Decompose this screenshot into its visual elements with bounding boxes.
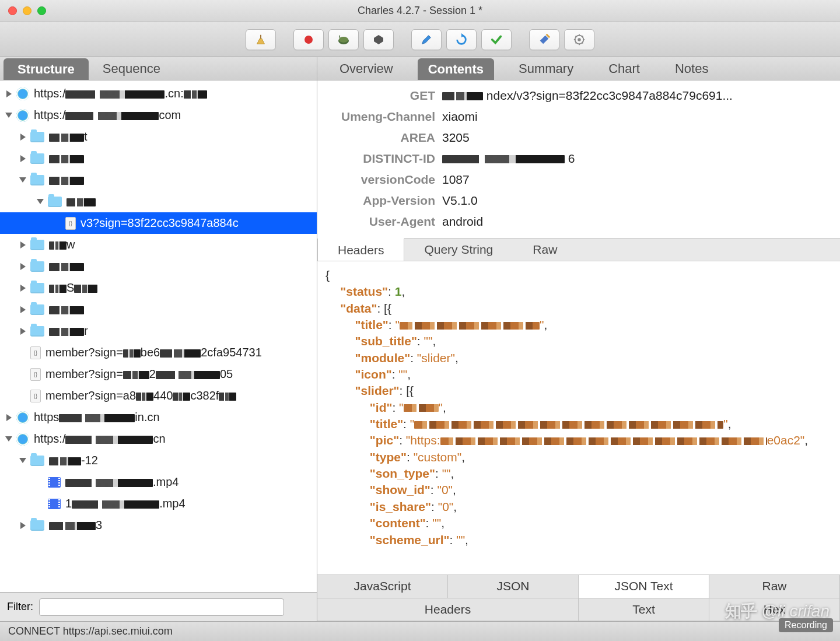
left-pane: Structure Sequence https:/.cn:https:/com… bbox=[0, 57, 317, 621]
tree-row[interactable]: https:/cn bbox=[0, 428, 317, 450]
disclosure-icon[interactable] bbox=[18, 456, 28, 466]
tab-raw-request[interactable]: Raw bbox=[513, 239, 577, 261]
toolbar bbox=[0, 22, 840, 57]
tab-json-text[interactable]: JSON Text bbox=[579, 575, 709, 598]
tree-row[interactable]: .mp4 bbox=[0, 471, 317, 493]
tree-row[interactable] bbox=[0, 255, 317, 277]
disclosure-icon[interactable] bbox=[18, 326, 28, 337]
tree-row[interactable]: {}member?sign=205 bbox=[0, 363, 317, 385]
tree-row[interactable]: 1.mp4 bbox=[0, 493, 317, 514]
disclosure-icon[interactable] bbox=[18, 153, 28, 164]
tree-row[interactable] bbox=[0, 169, 317, 191]
window-titlebar: Charles 4.2.7 - Session 1 * bbox=[0, 0, 840, 22]
disclosure-icon bbox=[18, 348, 28, 358]
header-row: DISTINCT-ID 6 bbox=[324, 148, 833, 169]
tree-row[interactable]: w bbox=[0, 234, 317, 255]
folder-icon bbox=[30, 304, 44, 315]
tab-overview[interactable]: Overview bbox=[329, 57, 404, 80]
globe-icon bbox=[16, 109, 29, 122]
clear-session-button[interactable] bbox=[246, 29, 276, 50]
svg-marker-4 bbox=[374, 35, 383, 44]
tree-row[interactable]: t bbox=[0, 126, 317, 148]
throttle-button[interactable] bbox=[328, 29, 359, 50]
request-headers: GET ndex/v3?sign=83f22cc3c9847a884c79c69… bbox=[317, 80, 840, 238]
maximize-button[interactable] bbox=[37, 6, 46, 15]
tree-row[interactable]: httpsin.cn bbox=[0, 407, 317, 428]
disclosure-icon[interactable] bbox=[18, 175, 28, 185]
tab-sequence[interactable]: Sequence bbox=[89, 57, 174, 80]
tab-headers[interactable]: Headers bbox=[317, 238, 404, 261]
tree-row[interactable]: {}v3?sign=83f22cc3c9847a884c bbox=[0, 212, 317, 234]
filter-input[interactable] bbox=[39, 598, 284, 616]
folder-icon bbox=[30, 520, 44, 531]
tab-summary[interactable]: Summary bbox=[508, 57, 584, 80]
header-value: android bbox=[442, 215, 833, 229]
tree-item-label: w bbox=[49, 238, 75, 251]
disclosure-icon[interactable] bbox=[4, 434, 14, 444]
tree-row[interactable] bbox=[0, 148, 317, 169]
minimize-button[interactable] bbox=[23, 6, 32, 15]
tree-item-label: member?sign=a8440c382f bbox=[46, 389, 236, 402]
disclosure-icon[interactable] bbox=[4, 110, 14, 121]
tree-row[interactable]: {}member?sign=be62cfa954731 bbox=[0, 342, 317, 363]
tree-row[interactable] bbox=[0, 299, 317, 320]
header-row: App-VersionV5.1.0 bbox=[324, 190, 833, 211]
header-key: versionCode bbox=[324, 173, 435, 187]
tab-raw-response[interactable]: Raw bbox=[709, 575, 840, 598]
request-view-tabs: Headers Query String Raw bbox=[317, 238, 840, 261]
header-row: Umeng-Channelxiaomi bbox=[324, 106, 833, 127]
folder-icon bbox=[30, 240, 44, 250]
tree-row[interactable]: S bbox=[0, 277, 317, 299]
response-body-json[interactable]: { "status": 1, "data": [{ "title": "", "… bbox=[317, 261, 840, 575]
tree-row[interactable]: 3 bbox=[0, 514, 317, 536]
tab-structure[interactable]: Structure bbox=[4, 58, 89, 80]
disclosure-icon bbox=[35, 477, 46, 488]
tab-notes[interactable]: Notes bbox=[664, 57, 719, 80]
header-row: GET ndex/v3?sign=83f22cc3c9847a884c79c69… bbox=[324, 85, 833, 106]
disclosure-icon[interactable] bbox=[18, 240, 28, 250]
disclosure-icon[interactable] bbox=[35, 197, 46, 207]
folder-icon bbox=[48, 197, 62, 207]
disclosure-icon bbox=[18, 391, 28, 401]
disclosure-icon[interactable] bbox=[18, 520, 28, 531]
tab-javascript[interactable]: JavaScript bbox=[317, 575, 448, 598]
tab-chart[interactable]: Chart bbox=[598, 57, 650, 80]
tree-row[interactable]: r bbox=[0, 320, 317, 342]
tab-response-headers[interactable]: Headers bbox=[317, 598, 579, 622]
tab-text[interactable]: Text bbox=[579, 598, 709, 622]
disclosure-icon[interactable] bbox=[18, 261, 28, 272]
tab-contents[interactable]: Contents bbox=[418, 58, 494, 80]
breakpoints-button[interactable] bbox=[363, 29, 394, 50]
record-button[interactable] bbox=[293, 29, 324, 50]
validate-button[interactable] bbox=[481, 29, 512, 50]
tree-row[interactable] bbox=[0, 191, 317, 212]
settings-button[interactable] bbox=[564, 29, 594, 50]
tools-button[interactable] bbox=[529, 29, 559, 50]
session-tree[interactable]: https:/.cn:https:/comt{}v3?sign=83f22cc3… bbox=[0, 80, 317, 592]
close-button[interactable] bbox=[8, 6, 17, 15]
tree-item-label: 3 bbox=[49, 519, 102, 532]
tree-item-label bbox=[66, 195, 96, 208]
disclosure-icon[interactable] bbox=[18, 304, 28, 315]
header-value: 1087 bbox=[442, 173, 833, 187]
detail-tabs: Overview Contents Summary Chart Notes bbox=[317, 57, 840, 80]
repeat-button[interactable] bbox=[446, 29, 477, 50]
tree-row[interactable]: -12 bbox=[0, 450, 317, 471]
tab-query-string[interactable]: Query String bbox=[404, 239, 513, 261]
tree-row[interactable]: https:/.cn: bbox=[0, 83, 317, 104]
disclosure-icon[interactable] bbox=[18, 283, 28, 293]
header-key: GET bbox=[324, 89, 435, 103]
tree-item-label: 1.mp4 bbox=[65, 497, 186, 510]
compose-button[interactable] bbox=[411, 29, 442, 50]
tree-item-label: httpsin.cn bbox=[34, 411, 160, 424]
disclosure-icon[interactable] bbox=[4, 412, 14, 423]
tree-item-label: .mp4 bbox=[65, 475, 178, 489]
disclosure-icon[interactable] bbox=[18, 132, 28, 142]
disclosure-icon[interactable] bbox=[4, 89, 14, 99]
tab-json[interactable]: JSON bbox=[448, 575, 579, 598]
tree-item-label bbox=[49, 260, 84, 273]
tree-row[interactable]: {}member?sign=a8440c382f bbox=[0, 385, 317, 407]
doc-icon: {} bbox=[65, 217, 76, 230]
tree-row[interactable]: https:/com bbox=[0, 104, 317, 126]
tree-item-label: https:/com bbox=[34, 108, 181, 122]
